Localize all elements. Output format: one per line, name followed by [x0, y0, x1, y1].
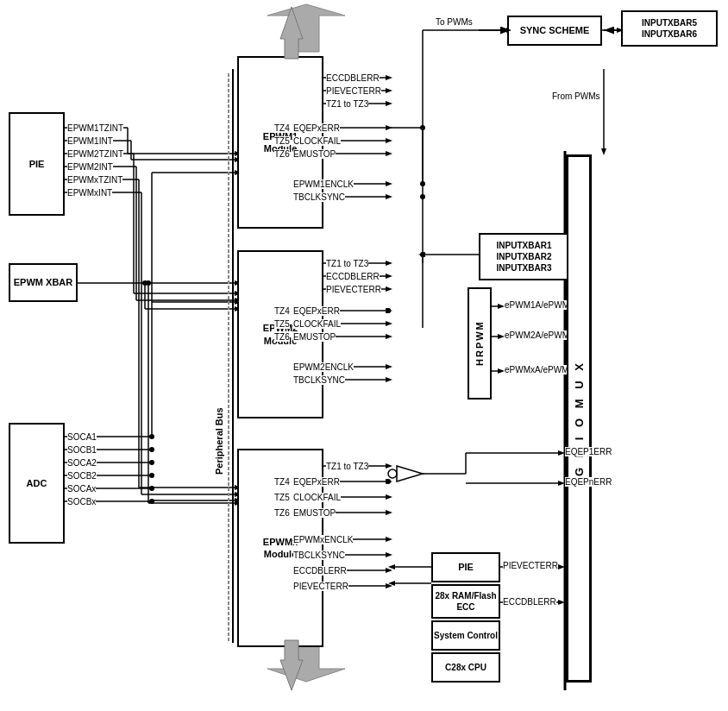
svg-point-122	[386, 479, 391, 484]
epwm2-eccdblerr: ECCDBLERR	[326, 272, 380, 281]
svg-marker-96	[386, 364, 392, 369]
epwmx-eccdblerr: ECCDBLERR	[293, 566, 347, 576]
pie2-box: PIE	[431, 552, 500, 582]
epwm1int-label: EPWM1INT	[67, 136, 113, 146]
soca1-label: SOCA1	[67, 432, 97, 442]
epwmx-tz4: TZ4	[274, 477, 290, 487]
epwm2-clockfail: CLOCKFAIL	[293, 319, 341, 329]
svg-marker-106	[498, 334, 505, 339]
from-pwms-label: From PWMs	[552, 91, 600, 101]
epwm1-eccdblerr: ECCDBLERR	[326, 73, 380, 83]
svg-point-89	[386, 308, 391, 313]
epwmx-tz5: TZ5	[274, 493, 290, 502]
svg-marker-98	[386, 377, 392, 382]
epwm1-tz5: TZ5	[274, 136, 290, 146]
epwmx-clockfail: CLOCKFAIL	[293, 493, 341, 502]
epwm2-tz5: TZ5	[274, 319, 290, 329]
svg-marker-65	[386, 138, 392, 143]
svg-marker-145	[388, 564, 395, 569]
adc-box: ADC	[9, 423, 65, 544]
pie-eccdblerr: ECCDBLERR	[503, 597, 556, 607]
svg-marker-94	[386, 334, 392, 339]
epwmx-tbclksync: TBCLKSYNC	[293, 551, 345, 560]
svg-marker-57	[386, 75, 392, 80]
svg-marker-157	[280, 7, 303, 59]
svg-marker-0	[267, 4, 345, 52]
svg-point-102	[386, 308, 391, 313]
epwmx-eqeperr: EQEPxERR	[293, 477, 340, 487]
svg-marker-90	[386, 308, 392, 313]
svg-marker-108	[498, 368, 505, 374]
epwm2-tz1tz3: TZ1 to TZ3	[326, 259, 368, 268]
svg-marker-136	[397, 466, 423, 481]
svg-marker-87	[386, 286, 392, 292]
svg-marker-116	[418, 252, 425, 257]
svg-marker-151	[558, 600, 565, 605]
svg-point-76	[420, 194, 425, 199]
epwmx-enclk: EPWMxENCLK	[293, 535, 353, 544]
epwmx-tz1tz3: TZ1 to TZ3	[326, 462, 368, 471]
svg-marker-61	[386, 101, 392, 106]
epwm1-pievecterr: PIEVECTERR	[326, 86, 381, 96]
epwm1-emustop: EMUSTOP	[293, 149, 336, 159]
svg-point-42	[149, 460, 154, 465]
svg-marker-135	[386, 583, 392, 588]
svg-marker-149	[558, 564, 565, 569]
svg-marker-85	[386, 274, 392, 279]
svg-marker-133	[386, 568, 392, 573]
epwmx-emustop: EMUSTOP	[293, 508, 336, 518]
epwm1-eqeperr: EQEPxERR	[293, 123, 340, 133]
epwmxtzint-label: EPWMxTZINT	[67, 175, 122, 185]
svg-marker-131	[386, 552, 392, 557]
svg-point-100	[420, 125, 425, 130]
svg-marker-67	[386, 151, 392, 156]
svg-marker-147	[388, 581, 395, 586]
epwm2-enclk: EPWM2ENCLK	[293, 362, 354, 372]
svg-marker-92	[386, 321, 392, 326]
svg-point-40	[149, 447, 154, 452]
svg-marker-83	[386, 261, 392, 266]
epwm2tzint-label: EPWM2TZINT	[67, 149, 123, 159]
epwm1-tz1tz3: TZ1 to TZ3	[326, 99, 368, 109]
svg-marker-69	[386, 181, 392, 186]
gpio-mux-box: G P I O M U X	[567, 155, 591, 682]
svg-marker-127	[386, 510, 392, 515]
hrpwm-box: HRPWM	[468, 287, 492, 400]
epwm2-emustop: EMUSTOP	[293, 332, 336, 342]
epwm1-tbclksync: TBCLKSYNC	[293, 192, 345, 202]
ram-flash-box: 28x RAM/Flash ECC	[431, 584, 500, 619]
socb2-label: SOCB2	[67, 471, 97, 481]
epwmxint-label: EPWMxINT	[67, 188, 112, 198]
svg-marker-129	[386, 537, 392, 542]
epwm1-enclk: EPWM1ENCLK	[293, 179, 354, 189]
svg-marker-104	[498, 304, 505, 309]
svg-marker-59	[386, 88, 392, 93]
epwm2-pievecterr: PIEVECTERR	[326, 285, 381, 294]
peripheral-bus-label: Peripheral Bus	[214, 302, 224, 475]
c28x-cpu-box: C28x CPU	[431, 652, 500, 683]
epwm1-tz4: TZ4	[274, 123, 290, 133]
svg-point-38	[149, 434, 154, 439]
svg-marker-80	[601, 148, 606, 155]
pie-pievecterr: PIEVECTERR	[503, 561, 558, 570]
svg-marker-143	[558, 481, 565, 486]
svg-point-44	[149, 473, 154, 478]
epwm-xbar-box: EPWM XBAR	[9, 263, 78, 302]
socax-label: SOCAx	[67, 484, 96, 494]
epwm2-eqeperr: EQEPxERR	[293, 306, 340, 316]
svg-marker-141	[558, 450, 565, 456]
pie-box: PIE	[9, 112, 65, 216]
epwmx-pievecterr: PIEVECTERR	[293, 582, 348, 591]
svg-point-117	[420, 252, 425, 257]
to-pwms-label: To PWMs	[436, 17, 473, 27]
svg-point-29	[142, 280, 147, 286]
svg-marker-71	[386, 194, 392, 199]
svg-point-48	[149, 499, 154, 504]
inputxbar123-box: INPUTXBAR1 INPUTXBAR2 INPUTXBAR3	[479, 233, 569, 280]
epwm1tzint-label: EPWM1TZINT	[67, 123, 123, 133]
soca2-label: SOCA2	[67, 458, 97, 468]
sync-scheme-box: SYNC SCHEME	[507, 16, 602, 46]
svg-marker-123	[386, 479, 392, 484]
eqepnerr-label: EQEPnERR	[565, 477, 612, 487]
epwm2-tbclksync: TBCLKSYNC	[293, 375, 345, 385]
